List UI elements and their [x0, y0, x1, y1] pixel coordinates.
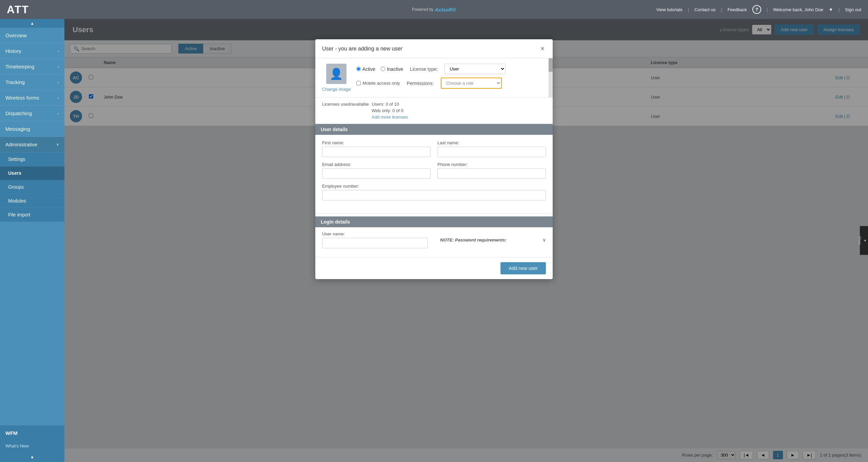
username-group: User name:	[322, 231, 428, 248]
employee-input[interactable]	[322, 190, 546, 201]
modal-controls: Active Inactive License type: User W	[356, 64, 546, 89]
sidebar-item-wireless-forms[interactable]: Wireless forms ›	[0, 90, 64, 106]
phone-input[interactable]	[437, 168, 546, 179]
sidebar-sub-menu: Settings Users Groups Modules File impor…	[0, 152, 64, 222]
modal-add-user: User - you are adding a new user × 👤 Cha…	[315, 39, 553, 279]
welcome-text: Welcome back, John Doe	[773, 7, 823, 12]
username-label: User name:	[322, 231, 428, 236]
top-bar-right: View tutorials | Contact us | Feedback ?…	[656, 5, 861, 14]
first-name-input[interactable]	[322, 147, 431, 157]
password-note: NOTE: Password requirements:	[440, 237, 507, 243]
mobile-permissions-row: Mobile access only Permissions: Choose a…	[356, 78, 546, 89]
login-details-form: User name: NOTE: Password requirements: …	[315, 227, 553, 257]
main-content: Users y license types All Add new user A…	[64, 19, 868, 462]
name-row: First name: Last name:	[322, 140, 546, 157]
sidebar-item-dispatching[interactable]: Dispatching ›	[0, 106, 64, 121]
powered-by: Powered by Actsoft®	[412, 7, 456, 13]
modal-overlay: User - you are adding a new user × 👤 Cha…	[64, 19, 868, 462]
actsoft-logo: Actsoft®	[435, 7, 456, 13]
sidebar-wfm[interactable]: WFM	[0, 425, 64, 441]
email-group: Email address:	[322, 162, 431, 179]
chevron-right-icon: ›	[58, 96, 59, 100]
user-details-form: First name: Last name: Email address:	[315, 135, 553, 211]
sidebar-item-overview[interactable]: Overview	[0, 28, 64, 43]
first-name-label: First name:	[322, 140, 431, 145]
sign-out-link[interactable]: Sign out	[845, 7, 861, 12]
chevron-right-icon: ›	[58, 111, 59, 115]
sidebar-item-messaging[interactable]: Messaging	[0, 121, 64, 137]
modal-footer: Add new user	[315, 257, 553, 279]
users-license-count: Users: 3 of 10	[372, 102, 408, 107]
sidebar-item-file-import[interactable]: File import	[0, 208, 64, 222]
sidebar-item-history[interactable]: History ›	[0, 43, 64, 59]
permissions-select[interactable]: Choose a role Admin Manager User	[441, 78, 502, 89]
sidebar-scroll-down[interactable]: ▼	[0, 453, 64, 462]
top-bar: ATT Powered by Actsoft® View tutorials |…	[0, 0, 868, 19]
add-new-user-submit-button[interactable]: Add new user	[500, 262, 546, 274]
active-radio[interactable]	[356, 67, 361, 71]
username-note-row: User name: NOTE: Password requirements: …	[322, 231, 546, 248]
login-details-section-header: Login details	[315, 216, 553, 227]
status-radio-group: Active Inactive	[356, 66, 403, 72]
sidebar-scroll-up[interactable]: ▲	[0, 19, 64, 28]
modal-header: User - you are adding a new user ×	[315, 39, 553, 58]
change-image-button[interactable]: Change image	[322, 87, 351, 92]
sidebar-whats-new[interactable]: What's New	[0, 441, 64, 453]
app-logo: ATT	[7, 3, 29, 16]
note-chevron-icon[interactable]: ∨	[542, 237, 546, 243]
last-name-input[interactable]	[437, 147, 546, 157]
username-input[interactable]	[322, 238, 428, 248]
avatar-placeholder: 👤	[326, 64, 347, 84]
employee-row: Employee number:	[322, 184, 546, 201]
inactive-radio-label[interactable]: Inactive	[381, 66, 403, 72]
section-divider	[315, 213, 553, 214]
modal-close-button[interactable]: ×	[539, 45, 546, 52]
help-icon[interactable]: ?	[752, 5, 761, 14]
main-layout: ▲ Overview History › Timekeeping › Track…	[0, 19, 868, 462]
add-more-licenses-link[interactable]: Add more licenses	[372, 114, 408, 120]
web-license-count: Web only: 0 of 0	[372, 108, 408, 113]
license-info-section: Licenses used/available Users: 3 of 10 W…	[315, 98, 553, 124]
mobile-access-label[interactable]: Mobile access only	[356, 81, 400, 86]
sidebar-item-users[interactable]: Users	[0, 166, 64, 180]
first-name-group: First name:	[322, 140, 431, 157]
contact-us-link[interactable]: Contact us	[694, 7, 715, 12]
license-info-label: Licenses used/available	[322, 102, 369, 120]
inactive-radio[interactable]	[381, 67, 385, 71]
permissions-label: Permissions:	[407, 81, 434, 86]
modal-top-section: 👤 Change image Active	[315, 58, 553, 98]
feedback-link[interactable]: Feedback	[728, 7, 747, 12]
contact-row: Email address: Phone number:	[322, 162, 546, 179]
chevron-right-icon: ›	[58, 65, 59, 69]
sidebar: ▲ Overview History › Timekeeping › Track…	[0, 19, 64, 462]
chevron-right-icon: ›	[58, 80, 59, 84]
person-icon: 👤	[330, 67, 343, 80]
modal-title: User - you are adding a new user	[322, 46, 402, 52]
sidebar-item-settings[interactable]: Settings	[0, 152, 64, 166]
view-tutorials-link[interactable]: View tutorials	[656, 7, 683, 12]
license-info-values: Users: 3 of 10 Web only: 0 of 0 Add more…	[372, 102, 408, 120]
modal-scrollbar[interactable]	[549, 58, 553, 97]
phone-label: Phone number:	[437, 162, 546, 167]
status-license-row: Active Inactive License type: User W	[356, 64, 546, 74]
sidebar-item-timekeeping[interactable]: Timekeeping ›	[0, 59, 64, 75]
sidebar-item-tracking[interactable]: Tracking ›	[0, 75, 64, 90]
sidebar-item-administrative[interactable]: Administrative ∨	[0, 137, 64, 152]
sidebar-item-groups[interactable]: Groups	[0, 180, 64, 194]
email-input[interactable]	[322, 168, 431, 179]
employee-group: Employee number:	[322, 184, 546, 201]
mobile-access-checkbox[interactable]	[356, 81, 361, 85]
employee-label: Employee number:	[322, 184, 546, 189]
last-name-group: Last name:	[437, 140, 546, 157]
chevron-down-icon: ∨	[56, 142, 59, 147]
user-details-section-header: User details	[315, 124, 553, 135]
license-type-label: License type:	[410, 66, 438, 72]
phone-group: Phone number:	[437, 162, 546, 179]
modal-scrollbar-thumb	[549, 58, 553, 72]
active-radio-label[interactable]: Active	[356, 66, 375, 72]
sidebar-item-modules[interactable]: Modules	[0, 194, 64, 208]
last-name-label: Last name:	[437, 140, 546, 145]
chevron-right-icon: ›	[58, 49, 59, 53]
license-type-select[interactable]: User Web only GPS	[445, 64, 506, 74]
email-label: Email address:	[322, 162, 431, 167]
